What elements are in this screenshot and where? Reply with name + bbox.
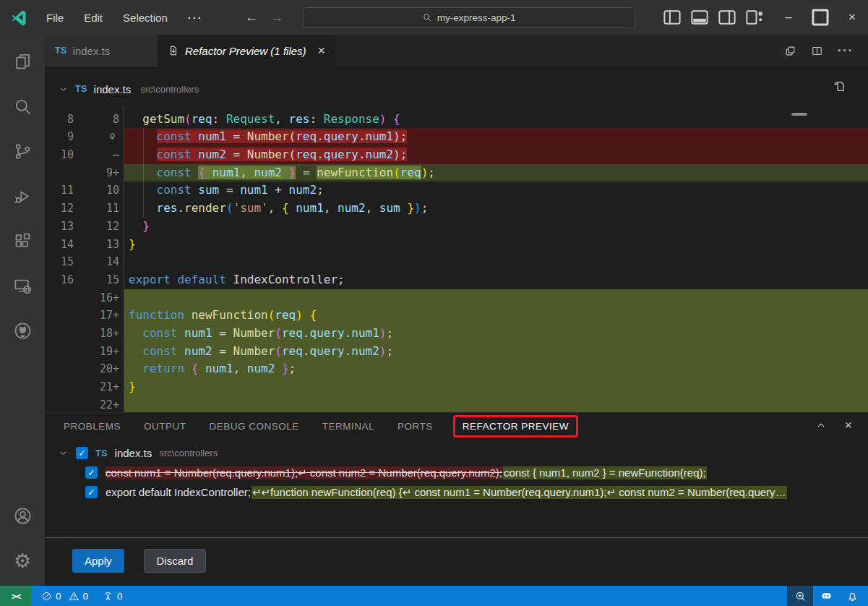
new-line-number: 11 (82, 200, 124, 218)
change-checkbox[interactable]: ✓ (76, 447, 88, 459)
lightbulb-icon[interactable] (82, 128, 124, 146)
code-line[interactable]: 16+ (45, 289, 868, 307)
extensions-icon[interactable] (5, 223, 40, 259)
code-line[interactable]: 77 (45, 105, 868, 111)
apply-button[interactable]: Apply (72, 549, 124, 573)
maximize-button[interactable] (804, 0, 836, 35)
code-line[interactable]: 1211 res.render('sum', { num1, num2, sum… (45, 200, 868, 218)
old-line-number: 14 (45, 236, 82, 254)
maximize-panel-icon[interactable] (815, 419, 827, 431)
close-button[interactable]: × (836, 0, 868, 35)
new-line-number: 17+ (82, 307, 124, 325)
more-actions-icon[interactable]: ··· (838, 44, 854, 57)
source-control-icon[interactable] (5, 133, 40, 169)
status-bar: >< 0 0 0 (0, 586, 868, 606)
problems-status[interactable]: 0 0 (41, 591, 88, 602)
tree-row-file[interactable]: ✓TSindex.tssrc\controllers (45, 443, 868, 463)
code-text (124, 289, 868, 307)
old-line-number (45, 360, 82, 378)
code-line[interactable]: 1312 } (45, 218, 868, 236)
code-line[interactable]: 1514 (45, 253, 868, 271)
change-checkbox[interactable]: ✓ (85, 466, 98, 479)
errors-count: 0 (56, 591, 61, 602)
code-text: const sum = num1 + num2; (124, 182, 868, 200)
notifications-status[interactable] (839, 586, 865, 606)
split-editor-icon[interactable] (811, 45, 823, 57)
typescript-file-icon: TS (75, 84, 87, 94)
code-text: export default IndexController; (124, 271, 868, 289)
open-changes-icon[interactable] (784, 45, 796, 57)
bell-icon (846, 590, 859, 602)
remote-icon: >< (12, 591, 20, 602)
accounts-icon[interactable] (5, 498, 40, 534)
menu-edit[interactable]: Edit (77, 9, 110, 27)
old-line-number (45, 378, 82, 396)
panel-tab-ports[interactable]: PORTS (398, 421, 433, 432)
change-text: const num1 = Number(req.query.num1);↵ co… (105, 466, 707, 479)
menu-more-icon[interactable]: ··· (181, 9, 210, 27)
diff-file-header[interactable]: TS index.ts src\controllers (45, 75, 868, 103)
remote-indicator[interactable]: >< (0, 586, 31, 606)
old-line-number (45, 164, 82, 182)
diff-editor: TS index.ts src\controllers 7788 getSum(… (45, 67, 868, 412)
panel-tab-output[interactable]: OUTPUT (144, 421, 186, 432)
expand-chevron-icon[interactable] (58, 448, 69, 458)
ports-status[interactable]: 0 (103, 591, 123, 602)
change-checkbox[interactable]: ✓ (85, 486, 98, 498)
copilot-status[interactable] (813, 586, 839, 606)
close-tab-icon[interactable]: × (318, 43, 326, 59)
remote-explorer-icon[interactable] (5, 268, 40, 304)
panel-tab-terminal[interactable]: TERMINAL (322, 421, 374, 432)
code-area: 7788 getSum(req: Request, res: Response)… (45, 105, 868, 412)
new-line-number: 7 (82, 105, 124, 111)
code-line[interactable]: 9+ const { num1, num2 } = newFunction(re… (45, 164, 868, 182)
tab-index-ts[interactable]: TS index.ts (45, 35, 158, 67)
code-line[interactable]: 20+ return { num1, num2 }; (45, 360, 868, 378)
code-line[interactable]: 9 const num1 = Number(req.query.num1); (45, 128, 868, 146)
code-line[interactable]: 19+ const num2 = Number(req.query.num2); (45, 343, 868, 361)
tab-refactor-preview[interactable]: Refactor Preview (1 files) × (158, 35, 335, 67)
code-text (124, 253, 868, 271)
toggle-secondary-sidebar-icon[interactable] (716, 7, 738, 28)
code-line[interactable]: 18+ const num1 = Number(req.query.num1); (45, 325, 868, 343)
code-line[interactable]: 1110 const sum = num1 + num2; (45, 182, 868, 200)
forward-arrow-icon[interactable]: → (270, 9, 284, 25)
panel-tab-bar: PROBLEMSOUTPUTDEBUG CONSOLETERMINALPORTS… (45, 413, 868, 440)
panel-tab-problems[interactable]: PROBLEMS (64, 421, 121, 432)
minimize-button[interactable]: – (773, 0, 804, 35)
code-line[interactable]: 88 getSum(req: Request, res: Response) { (45, 111, 868, 129)
panel-tab-refactor-preview[interactable]: REFACTOR PREVIEW (453, 415, 578, 438)
toggle-sidebar-icon[interactable] (661, 7, 683, 28)
code-line[interactable]: 17+function newFunction(req) { (45, 307, 868, 325)
code-line[interactable]: 22+ (45, 396, 868, 412)
code-text: function newFunction(req) { (124, 307, 868, 325)
close-panel-icon[interactable]: × (844, 419, 852, 431)
github-icon[interactable] (5, 312, 40, 349)
run-and-debug-icon[interactable] (5, 178, 40, 214)
tree-row-change[interactable]: ✓const num1 = Number(req.query.num1);↵ c… (45, 463, 868, 482)
menu-file[interactable]: File (39, 9, 71, 27)
tree-row-change[interactable]: ✓export default IndexController;↵↵functi… (45, 482, 868, 502)
new-line-number: 14 (82, 253, 124, 271)
code-line[interactable]: 10— const num2 = Number(req.query.num2); (45, 146, 868, 164)
collapse-chevron-icon[interactable] (58, 84, 69, 95)
old-line-number: 11 (45, 182, 82, 200)
search-sidebar-icon[interactable] (5, 88, 40, 124)
code-line[interactable]: 1615export default IndexController; (45, 271, 868, 289)
settings-gear-icon[interactable]: ⚙ (5, 542, 40, 579)
open-file-icon[interactable] (833, 80, 846, 93)
menu-selection[interactable]: Selection (116, 9, 175, 27)
explorer-icon[interactable] (5, 43, 40, 80)
old-line-number: 15 (45, 253, 82, 271)
command-center-search[interactable]: my-express-app-1 (303, 7, 635, 28)
back-arrow-icon[interactable]: ← (245, 9, 259, 25)
zoom-status[interactable] (787, 586, 813, 606)
discard-button[interactable]: Discard (144, 549, 207, 573)
code-text: } (124, 236, 868, 254)
panel-tab-debug-console[interactable]: DEBUG CONSOLE (210, 421, 299, 432)
code-line[interactable]: 21+} (45, 378, 868, 396)
customize-layout-icon[interactable] (744, 7, 765, 28)
old-line-number (45, 396, 82, 412)
code-line[interactable]: 1413} (45, 236, 868, 254)
toggle-panel-icon[interactable] (689, 7, 710, 28)
